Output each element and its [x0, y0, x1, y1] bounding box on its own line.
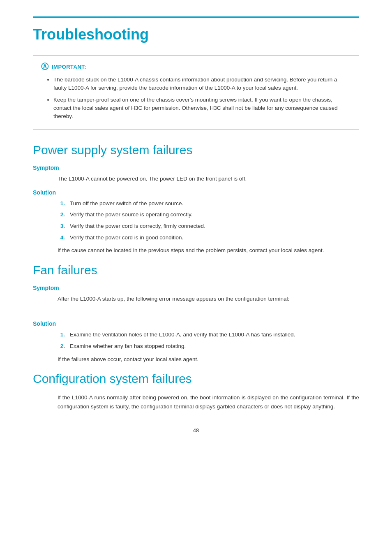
- page-title: Troubleshooting: [33, 26, 359, 43]
- solution-step-3: 3. Verify that the power cord is correct…: [58, 222, 359, 231]
- important-bullet-2: Keep the tamper-proof seal on one of the…: [53, 96, 351, 121]
- symptom-text-power: The L1000-A cannot be powered on. The po…: [58, 174, 359, 183]
- section-title-fan: Fan failures: [33, 263, 359, 277]
- important-box: Ⓐ IMPORTANT: The barcode stuck on the L1…: [33, 56, 359, 130]
- page: Troubleshooting Ⓐ IMPORTANT: The barcode…: [0, 0, 392, 533]
- solution-step-2: 2. Verify that the power source is opera…: [58, 210, 359, 219]
- solution-note-power: If the cause cannot be located in the pr…: [58, 246, 359, 255]
- important-icon: Ⓐ: [41, 62, 48, 72]
- config-intro-text: If the L1000-A runs normally after being…: [58, 393, 359, 411]
- solution-list-fan: 1. Examine the ventilation holes of the …: [58, 330, 359, 350]
- important-bullet-1: The barcode stuck on the L1000-A chassis…: [53, 76, 351, 93]
- solution-step-4: 4. Verify that the power cord is in good…: [58, 233, 359, 242]
- symptom-label-power: Symptom: [33, 165, 359, 171]
- top-border: [33, 16, 359, 18]
- section-fan-failures: Fan failures Symptom After the L1000-A s…: [33, 263, 359, 364]
- fan-gap: [33, 309, 359, 320]
- important-list: The barcode stuck on the L1000-A chassis…: [41, 76, 351, 121]
- section-power-supply: Power supply system failures Symptom The…: [33, 143, 359, 255]
- symptom-label-fan: Symptom: [33, 285, 359, 291]
- symptom-text-fan: After the L1000-A starts up, the followi…: [58, 294, 359, 304]
- section-title-power: Power supply system failures: [33, 143, 359, 157]
- solution-step-1: 1. Turn off the power switch of the powe…: [58, 199, 359, 208]
- symptom-body-fan: After the L1000-A starts up, the followi…: [33, 294, 359, 304]
- solution-body-fan: 1. Examine the ventilation holes of the …: [33, 330, 359, 364]
- section-config-system: Configuration system failures If the L10…: [33, 372, 359, 411]
- fan-solution-step-2: 2. Examine whether any fan has stopped r…: [58, 342, 359, 351]
- important-header: Ⓐ IMPORTANT:: [41, 62, 351, 72]
- solution-label-fan: Solution: [33, 320, 359, 327]
- solution-list-power: 1. Turn off the power switch of the powe…: [58, 199, 359, 242]
- section-title-config: Configuration system failures: [33, 372, 359, 386]
- fan-solution-note: If the failures above occur, contact you…: [58, 355, 359, 364]
- solution-label-power: Solution: [33, 189, 359, 196]
- solution-body-power: 1. Turn off the power switch of the powe…: [33, 199, 359, 255]
- config-intro-body: If the L1000-A runs normally after being…: [33, 393, 359, 411]
- symptom-body-power: The L1000-A cannot be powered on. The po…: [33, 174, 359, 183]
- page-number: 48: [33, 427, 359, 433]
- important-label: IMPORTANT:: [52, 64, 86, 70]
- fan-solution-step-1: 1. Examine the ventilation holes of the …: [58, 330, 359, 339]
